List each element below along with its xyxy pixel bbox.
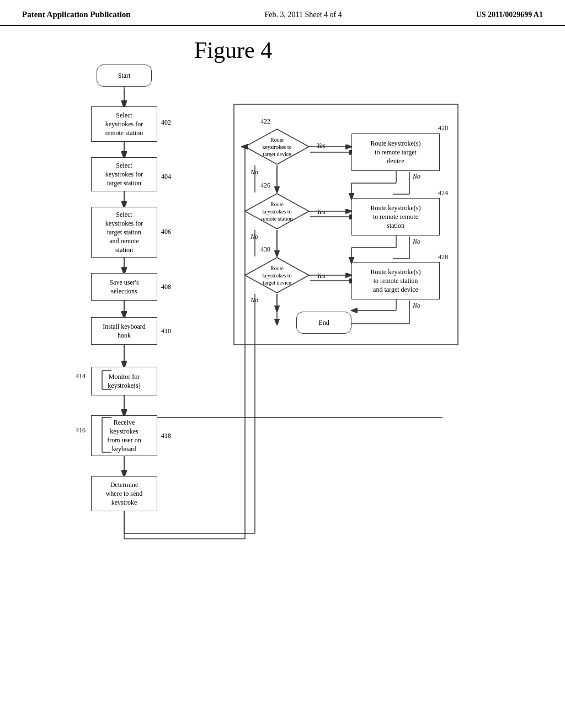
node-404: Select keystrokes for target station	[91, 157, 157, 191]
ref-406: 406	[161, 228, 171, 236]
no-label-r420: No	[413, 173, 420, 181]
ref-424: 424	[438, 189, 448, 197]
publication-label: Patent Application Publication	[22, 10, 131, 19]
ref-408: 408	[161, 283, 171, 291]
result-424: Route keystroke(s) to remote remote stat…	[351, 198, 440, 235]
ref-416-label: 416	[76, 426, 86, 435]
node-414: Monitor for keystroke(s)	[91, 367, 157, 395]
node-416: Receive keystrokes from user on keyboard	[91, 415, 157, 456]
node-402: Select keystrokes for remote station	[91, 106, 157, 142]
ref-426: 426	[260, 181, 270, 190]
yes-label-430: Yes	[317, 272, 326, 280]
ref-414-label: 414	[76, 372, 86, 381]
sheet-info: Feb. 3, 2011 Sheet 4 of 4	[265, 10, 342, 19]
patent-number: US 2011/0029699 A1	[476, 10, 543, 19]
ref-402: 402	[161, 119, 171, 127]
result-428: Route keystroke(s) to remote station and…	[351, 262, 440, 299]
node-406: Select keystrokes for target station and…	[91, 207, 157, 258]
diamond-422: Route keystrokes to target device	[244, 128, 310, 165]
start-node: Start	[97, 65, 152, 87]
node-408: Save user's selections	[91, 273, 157, 301]
diamond-430: Route keystrokes to target device	[244, 256, 310, 294]
node-410: Install keyboard hook	[91, 317, 157, 345]
ref-404: 404	[161, 173, 171, 181]
ref-430: 430	[260, 245, 270, 254]
page-header: Patent Application Publication Feb. 3, 2…	[0, 0, 565, 26]
yes-label-426: Yes	[317, 208, 326, 216]
no-label-r428: No	[413, 302, 420, 310]
no-label-426: No	[250, 233, 258, 241]
diagram-area: Figure 4	[45, 31, 520, 677]
node-418: Determine where to send keystroke	[91, 476, 157, 511]
ref-428: 428	[438, 253, 448, 261]
no-label-430: No	[250, 296, 258, 304]
ref-418: 418	[161, 432, 171, 440]
ref-410: 410	[161, 327, 171, 335]
end-node: End	[296, 312, 351, 334]
result-420: Route keystroke(s) to remote target devi…	[351, 133, 440, 171]
no-label-422: No	[250, 168, 258, 176]
no-label-r424: No	[413, 238, 420, 246]
ref-420: 420	[438, 124, 448, 132]
ref-422: 422	[260, 117, 270, 126]
yes-label-422: Yes	[317, 142, 326, 150]
diamond-426: Route keystrokes to remote station	[244, 192, 310, 230]
figure-title: Figure 4	[194, 37, 272, 63]
